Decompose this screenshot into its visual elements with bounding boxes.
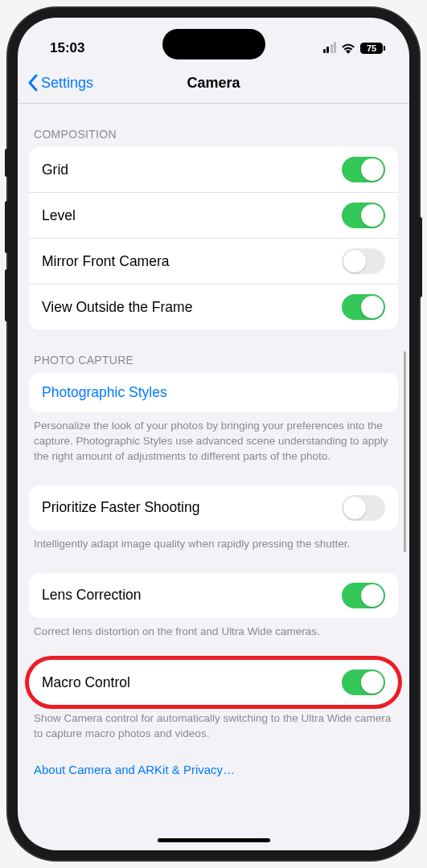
photographic-styles-link[interactable]: Photographic Styles (29, 373, 398, 412)
photographic-styles-caption: Personalize the look of your photos by b… (18, 412, 409, 465)
row-label: Prioritize Faster Shooting (42, 499, 199, 516)
view-outside-frame-toggle[interactable] (342, 294, 385, 320)
row-level: Level (29, 193, 398, 239)
about-camera-privacy-link[interactable]: About Camera and ARKit & Privacy… (18, 758, 409, 776)
content-scroll[interactable]: COMPOSITION Grid Level Mirror Front Came… (18, 104, 409, 841)
row-view-outside-frame: View Outside the Frame (29, 285, 398, 330)
status-indicators: 75 (323, 43, 386, 54)
side-button (418, 217, 422, 297)
row-label: Macro Control (42, 674, 130, 691)
screen: 15:03 75 S (18, 18, 409, 850)
row-grid: Grid (29, 147, 398, 193)
side-button (5, 149, 9, 177)
macro-list: Macro Control (29, 660, 398, 705)
battery-icon: 75 (360, 43, 385, 54)
prioritize-caption: Intelligently adapt image quality when r… (18, 530, 409, 552)
section-header-photo-capture: PHOTO CAPTURE (18, 330, 409, 373)
grid-toggle[interactable] (342, 157, 385, 182)
section-header-composition: COMPOSITION (18, 104, 409, 147)
battery-level: 75 (367, 43, 376, 53)
mirror-front-camera-toggle[interactable] (342, 248, 385, 274)
lens-correction-toggle[interactable] (342, 583, 385, 608)
cellular-signal-icon (323, 43, 337, 53)
side-button (5, 201, 9, 253)
status-time: 15:03 (50, 40, 84, 56)
page-title: Camera (187, 75, 240, 92)
prioritize-list: Prioritize Faster Shooting (29, 485, 398, 530)
lens-list: Lens Correction (29, 573, 398, 618)
lens-caption: Correct lens distortion on the front and… (18, 618, 409, 640)
prioritize-faster-shooting-toggle[interactable] (342, 495, 385, 521)
nav-bar: Settings Camera (18, 64, 409, 104)
row-lens-correction: Lens Correction (29, 573, 398, 618)
back-button[interactable]: Settings (27, 74, 93, 92)
row-label: Lens Correction (42, 587, 142, 604)
row-label: Mirror Front Camera (42, 253, 170, 270)
macro-control-toggle[interactable] (342, 669, 385, 695)
dynamic-island (162, 29, 265, 59)
composition-list: Grid Level Mirror Front Camera View Outs… (29, 147, 398, 330)
row-mirror-front-camera: Mirror Front Camera (29, 239, 398, 285)
back-label: Settings (41, 75, 93, 92)
macro-caption: Show Camera control for automatically sw… (18, 705, 409, 742)
row-prioritize-faster-shooting: Prioritize Faster Shooting (29, 485, 398, 530)
phone-frame: 15:03 75 S (8, 8, 419, 860)
side-button (5, 269, 9, 321)
row-label: View Outside the Frame (42, 299, 192, 316)
wifi-icon (341, 43, 355, 54)
row-macro-control: Macro Control (29, 660, 398, 705)
home-indicator[interactable] (158, 838, 270, 842)
row-label: Level (42, 207, 76, 224)
row-label: Grid (42, 162, 68, 178)
scrollbar-indicator[interactable] (404, 351, 406, 552)
chevron-left-icon (27, 74, 38, 92)
photographic-styles-list: Photographic Styles (29, 373, 398, 412)
level-toggle[interactable] (342, 203, 385, 228)
